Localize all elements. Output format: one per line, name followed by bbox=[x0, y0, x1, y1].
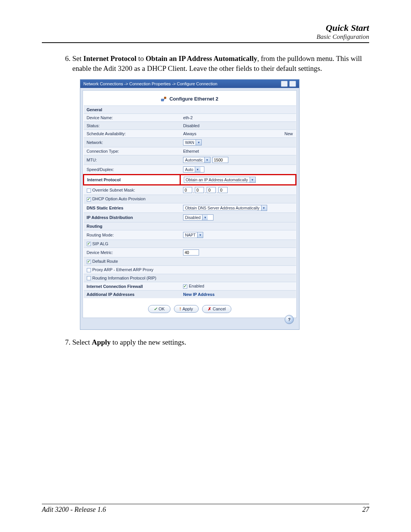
page-number: 27 bbox=[362, 506, 369, 514]
dns-static-label: DNS Static Entries bbox=[84, 203, 180, 212]
cancel-button[interactable]: ✗Cancel bbox=[202, 305, 231, 313]
status-label: Status: bbox=[84, 122, 180, 130]
subnet-oct-3[interactable] bbox=[207, 187, 216, 193]
svg-rect-0 bbox=[161, 99, 164, 101]
sip-alg-checkbox[interactable] bbox=[87, 242, 91, 246]
additional-ip-label: Additional IP Addresses bbox=[84, 290, 180, 298]
device-name-label: Device Name: bbox=[84, 114, 180, 122]
override-subnet-checkbox[interactable] bbox=[87, 189, 91, 193]
chevron-down-icon: ▾ bbox=[195, 167, 201, 172]
sitemap-icon[interactable] bbox=[281, 81, 288, 87]
routing-mode-select[interactable]: NAPT▾ bbox=[183, 232, 203, 238]
page-title: Configure Ethernet 2 bbox=[83, 91, 296, 105]
x-icon: ✗ bbox=[208, 307, 211, 312]
header-divider bbox=[42, 42, 369, 43]
speed-duplex-label: Speed/Duplex: bbox=[84, 165, 180, 175]
subnet-oct-1[interactable] bbox=[183, 187, 192, 193]
running-head-subtitle: Basic Configuration bbox=[42, 33, 369, 41]
sip-alg-row: SIP ALG bbox=[84, 240, 296, 248]
subnet-oct-4[interactable] bbox=[218, 187, 228, 193]
step-7: Select Apply to apply the new settings. bbox=[72, 337, 369, 347]
dhcp-auto-provision-checkbox[interactable] bbox=[87, 197, 91, 201]
chevron-down-icon: ▾ bbox=[204, 157, 210, 163]
config-screenshot: Network Connections -> Connection Proper… bbox=[80, 79, 299, 330]
new-ip-address-link[interactable]: New IP Address bbox=[183, 292, 215, 297]
chevron-down-icon: ▾ bbox=[261, 205, 267, 211]
internet-protocol-label: Internet Protocol bbox=[84, 175, 180, 185]
subnet-oct-2[interactable] bbox=[195, 187, 204, 193]
mtu-mode-select[interactable]: Automatic▾ bbox=[183, 157, 210, 163]
firewall-enabled-checkbox[interactable] bbox=[183, 284, 187, 289]
connection-type-label: Connection Type: bbox=[84, 147, 180, 155]
rip-row: Routing Information Protocol (RIP) bbox=[84, 274, 296, 282]
nic-icon bbox=[161, 96, 166, 102]
ok-button[interactable]: ✓OK bbox=[148, 305, 170, 313]
status-value: Disabled bbox=[180, 122, 279, 130]
schedule-availability-label: Schedule Availability: bbox=[84, 130, 180, 138]
section-general: General bbox=[84, 106, 296, 114]
proxy-arp-checkbox[interactable] bbox=[87, 268, 91, 272]
footer-divider bbox=[42, 504, 369, 504]
log-icon[interactable] bbox=[289, 81, 296, 87]
schedule-availability-value: Always bbox=[180, 130, 279, 138]
device-name-value: eth-2 bbox=[180, 114, 279, 122]
exclamation-icon: ! bbox=[180, 307, 181, 311]
mtu-label: MTU: bbox=[84, 155, 180, 165]
check-icon: ✓ bbox=[154, 307, 157, 312]
breadcrumb[interactable]: Network Connections -> Connection Proper… bbox=[83, 81, 217, 86]
routing-mode-label: Routing Mode: bbox=[84, 230, 180, 240]
firewall-label: Internet Connection Firewall bbox=[84, 282, 180, 291]
ip-distribution-label: IP Address Distribution bbox=[84, 212, 180, 222]
rip-checkbox[interactable] bbox=[87, 276, 91, 280]
dns-static-select[interactable]: Obtain DNS Server Address Automatically▾ bbox=[183, 205, 267, 211]
footer-product: Adit 3200 - Release 1.6 bbox=[42, 506, 106, 514]
override-subnet-input[interactable]: . . . bbox=[183, 187, 228, 193]
internet-protocol-select[interactable]: Obtain an IP Address Automatically▾ bbox=[184, 177, 256, 183]
mtu-input[interactable] bbox=[212, 157, 228, 163]
chevron-down-icon: ▾ bbox=[202, 215, 208, 220]
help-button[interactable]: ? bbox=[285, 315, 294, 324]
ip-distribution-select[interactable]: Disabled▾ bbox=[183, 214, 213, 220]
default-route-checkbox[interactable] bbox=[87, 260, 91, 264]
schedule-new-link[interactable]: New bbox=[284, 131, 293, 136]
firewall-enabled-row: Enabled bbox=[180, 282, 296, 291]
network-label: Network: bbox=[84, 138, 180, 147]
section-routing: Routing bbox=[84, 222, 296, 230]
proxy-arp-row: Proxy ARP - Ethernet ARP Proxy bbox=[84, 266, 296, 274]
device-metric-input[interactable] bbox=[183, 249, 199, 256]
default-route-row: Default Route bbox=[84, 257, 296, 266]
override-subnet-label: Override Subnet Mask: bbox=[84, 185, 180, 195]
running-head-title: Quick Start bbox=[42, 23, 369, 33]
chevron-down-icon: ▾ bbox=[197, 232, 203, 238]
apply-button[interactable]: !Apply bbox=[174, 305, 199, 313]
breadcrumb-bar: Network Connections -> Connection Proper… bbox=[80, 80, 299, 88]
speed-duplex-select[interactable]: Auto▾ bbox=[183, 166, 204, 173]
device-metric-label: Device Metric: bbox=[84, 248, 180, 257]
network-select[interactable]: WAN▾ bbox=[183, 139, 202, 145]
connection-type-value: Ethernet bbox=[180, 147, 279, 155]
step-6: Set Internet Protocol to Obtain an IP Ad… bbox=[72, 54, 369, 73]
chevron-down-icon: ▾ bbox=[196, 140, 201, 145]
dhcp-auto-provision-row: DHCP Option Auto Provision bbox=[84, 195, 296, 203]
chevron-down-icon: ▾ bbox=[250, 177, 255, 182]
